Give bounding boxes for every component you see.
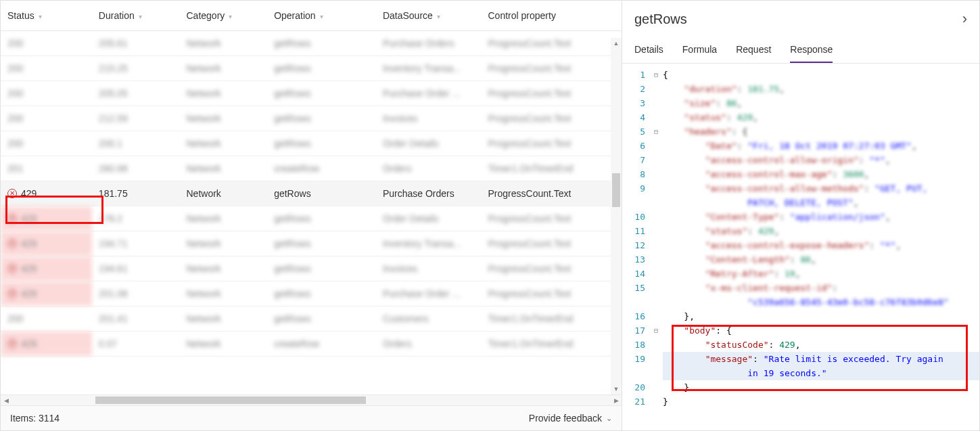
fold-icon[interactable]: ⊟ [649,124,663,139]
col-control-property[interactable]: Control property [482,1,622,31]
detail-tabs: DetailsFormulaRequestResponse [622,37,979,64]
code-line: in 19 seconds." [622,366,979,380]
error-icon: ✕ [7,289,17,298]
fold-icon[interactable]: ⊟ [649,68,663,82]
table-row[interactable]: 200212.59NetworkgetRowsInvoicesProgressC… [1,106,622,131]
table-wrap: Status▾Duration▾Category▾Operation▾DataS… [1,1,622,394]
fold-icon [649,295,663,309]
fold-icon [649,96,663,110]
code-line: 2 "duration": 181.75, [622,82,979,96]
fold-icon [649,181,663,196]
code-line: 12 "access-control-expose-headers": "*", [622,238,979,252]
detail-pane: getRows › DetailsFormulaRequestResponse … [622,0,980,431]
scroll-down-icon[interactable]: ▼ [611,384,622,394]
table-row[interactable]: ✕429194.61NetworkgetRowsInvoicesProgress… [1,256,622,281]
col-duration[interactable]: Duration▾ [92,1,180,31]
fold-icon [649,309,663,323]
code-line: 11 "status": 429, [622,224,979,238]
next-icon[interactable]: › [962,10,967,28]
code-line: 3 "size": 86, [622,96,979,110]
error-icon: ✕ [7,264,17,273]
requests-table: Status▾Duration▾Category▾Operation▾DataS… [1,1,622,357]
code-line: 4 "status": 429, [622,110,979,124]
scroll-thumb[interactable] [612,173,620,207]
chevron-down-icon: ⌄ [606,414,612,423]
scroll-up-icon[interactable]: ▲ [611,38,622,49]
provide-feedback-button[interactable]: Provide feedback ⌄ [529,413,612,424]
error-icon: ✕ [7,214,17,223]
detail-header: getRows › [622,1,979,37]
code-line: 16 }, [622,309,979,323]
sort-icon: ▾ [437,13,440,20]
footer: Items: 3114 Provide feedback ⌄ [1,405,622,430]
fold-icon [649,394,663,409]
table-row[interactable]: 200205.61NetworkgetRowsPurchase OrdersPr… [1,31,622,56]
fold-icon [649,366,663,380]
table-row[interactable]: 200215.25NetworkgetRowsInventory Transa.… [1,56,622,81]
error-icon: ✕ [7,339,17,348]
code-line: 9 "access-control-allow-methods": "GET, … [622,181,979,196]
fold-icon [649,224,663,238]
detail-title: getRows [634,12,687,27]
table-row[interactable]: ✕429181.75NetworkgetRowsPurchase OrdersP… [1,181,622,206]
sort-icon: ▾ [229,13,232,20]
col-category[interactable]: Category▾ [180,1,268,31]
response-code[interactable]: 1⊟{2 "duration": 181.75,3 "size": 86,4 "… [622,64,979,430]
fold-icon [649,167,663,181]
vertical-scrollbar[interactable]: ▲ ▼ [611,38,622,394]
col-datasource[interactable]: DataSource▾ [376,1,482,31]
error-icon: ✕ [7,239,17,248]
fold-icon [649,82,663,96]
fold-icon[interactable]: ⊟ [649,323,663,338]
fold-icon [649,281,663,295]
code-line: 20 } [622,380,979,394]
fold-icon [649,153,663,167]
table-row[interactable]: 200201.41NetworkgetRowsCustomersTimer1.O… [1,307,622,332]
fold-icon [649,110,663,124]
table-row[interactable]: ✕4290.07NetworkcreateRowOrdersTimer1.OnT… [1,332,622,357]
code-line: 15 "x-ms-client-request-id": [622,281,979,295]
code-line: 8 "access-control-max-age": 3600, [622,167,979,181]
table-row[interactable]: ✕429194.71NetworkgetRowsInventory Transa… [1,231,622,256]
fold-icon [649,238,663,252]
col-status[interactable]: Status▾ [1,1,92,31]
table-row[interactable]: 200205.05NetworkgetRowsPurchase Order ..… [1,81,622,106]
sort-icon: ▾ [320,13,323,20]
col-operation[interactable]: Operation▾ [267,1,376,31]
tab-request[interactable]: Request [736,37,771,63]
table-row[interactable]: ✕429178.2NetworkgetRowsOrder DetailsProg… [1,206,622,231]
horizontal-scrollbar[interactable]: ◀ ▶ [1,394,622,405]
fold-icon [649,352,663,366]
scroll-right-icon[interactable]: ▶ [611,395,622,405]
code-line: PATCH, DELETE, POST", [622,196,979,210]
fold-icon [649,196,663,210]
tab-response[interactable]: Response [790,37,833,63]
table-row[interactable]: 200200.1NetworkgetRowsOrder DetailsProgr… [1,131,622,156]
code-line: 7 "access-control-allow-origin": "*", [622,153,979,167]
code-line: 10 "Content-Type": "application/json", [622,210,979,224]
code-line: 19 "message": "Rate limit is exceeded. T… [622,352,979,366]
code-line: 18 "statusCode": 429, [622,338,979,352]
fold-icon [649,252,663,267]
code-line: 5⊟ "headers": { [622,124,979,139]
hscroll-thumb[interactable] [95,396,366,404]
code-line: 1⊟{ [622,68,979,82]
code-line: "c539a656-8545-43e0-bc58-c76f83b0d6e8" [622,295,979,309]
code-line: 14 "Retry-After": 19, [622,267,979,281]
fold-icon [649,267,663,281]
feedback-label: Provide feedback [529,413,602,424]
scroll-left-icon[interactable]: ◀ [1,395,11,405]
code-line: 13 "Content-Length": 86, [622,252,979,267]
item-count: Items: 3114 [10,413,60,424]
monitor-table-pane: Status▾Duration▾Category▾Operation▾DataS… [0,0,622,431]
fold-icon [649,338,663,352]
tab-details[interactable]: Details [634,37,663,63]
tab-formula[interactable]: Formula [682,37,717,63]
sort-icon: ▾ [139,13,142,20]
code-line: 17⊟ "body": { [622,323,979,338]
code-line: 21} [622,394,979,409]
table-row[interactable]: ✕429201.08NetworkgetRowsPurchase Order .… [1,281,622,307]
table-body: 200205.61NetworkgetRowsPurchase OrdersPr… [1,31,622,357]
header-row: Status▾Duration▾Category▾Operation▾DataS… [1,1,622,31]
table-row[interactable]: 201260.98NetworkcreateRowOrdersTimer1.On… [1,156,622,181]
